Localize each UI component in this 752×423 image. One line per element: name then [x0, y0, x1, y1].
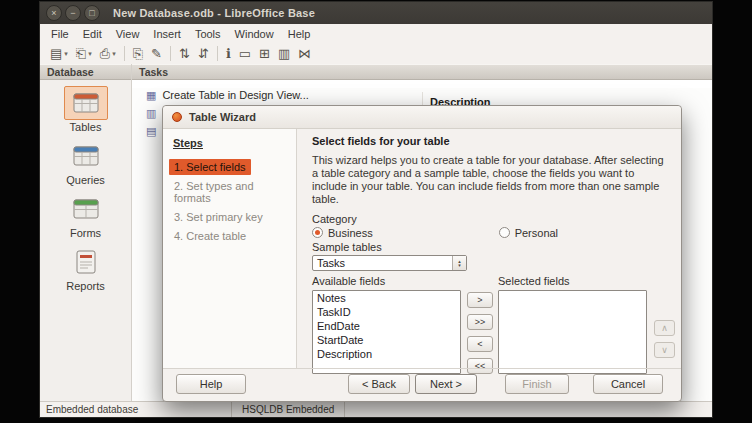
status-database-type: Embedded database	[40, 402, 232, 417]
sidebar-header: Database	[40, 64, 131, 80]
step-create-table[interactable]: 4. Create table	[169, 228, 251, 244]
tasks-header-label: Tasks	[139, 66, 168, 78]
sidebar-item-label: Tables	[70, 121, 102, 133]
field-list-item[interactable]: Notes	[313, 291, 460, 305]
window-title: New Database.odb - LibreOffice Base	[113, 7, 315, 19]
selected-fields-list[interactable]	[498, 290, 647, 374]
toolbar: ▤▾⎗▾⎙▾⎘✎⇅⇵ℹ▭⊞▥⋈	[40, 43, 712, 65]
back-button[interactable]: < Back	[348, 374, 410, 394]
toolbar-separator	[170, 46, 171, 61]
sidebar-item-queries[interactable]: Queries	[64, 139, 108, 186]
open-file-icon[interactable]: ⎗▾	[72, 46, 96, 61]
content-description: This wizard helps you to create a table …	[312, 154, 671, 206]
titlebar: × − □ New Database.odb - LibreOffice Bas…	[40, 2, 712, 24]
database-sidebar: Database Tables Queries Forms	[40, 64, 132, 402]
new-document-icon[interactable]: ▤▾	[46, 46, 72, 61]
move-left-button[interactable]: <	[467, 336, 493, 352]
field-list-item[interactable]: TaskID	[313, 305, 460, 319]
forms-icon	[64, 192, 108, 226]
minimize-icon[interactable]: −	[65, 5, 81, 21]
table-design-icon: ▦	[146, 90, 156, 101]
statusbar: Embedded database HSQLDB Embedded	[40, 401, 712, 417]
chevron-down-icon[interactable]: ▾	[112, 50, 116, 58]
step-set-primary-key[interactable]: 3. Set primary key	[169, 209, 268, 225]
business-radio[interactable]	[312, 227, 323, 238]
chevron-down-icon[interactable]: ▾	[88, 50, 92, 58]
sidebar-item-label: Reports	[66, 280, 105, 292]
report-icon[interactable]: ▥	[274, 46, 294, 61]
field-list-item[interactable]: StartDate	[313, 333, 460, 347]
copy-icon[interactable]: ⎘	[129, 46, 147, 61]
maximize-icon[interactable]: □	[84, 5, 100, 21]
menu-view[interactable]: View	[109, 26, 147, 42]
business-radio-label[interactable]: Business	[328, 227, 373, 239]
sample-tables-label: Sample tables	[312, 241, 671, 254]
table-wizard-dialog: Table Wizard Steps 1. Select fields 2. S…	[162, 105, 682, 402]
field-list-item[interactable]: EndDate	[313, 319, 460, 333]
help-button[interactable]: Help	[176, 374, 246, 394]
sidebar-item-label: Forms	[70, 227, 101, 239]
table-grid-icon[interactable]: ⊞	[255, 46, 274, 61]
menubar: FileEditViewInsertToolsWindowHelp	[40, 24, 712, 43]
wizard-icon	[172, 112, 182, 122]
save-icon[interactable]: ⎙▾	[96, 46, 120, 61]
dialog-title: Table Wizard	[189, 111, 256, 123]
wizard-content: Select fields for your table This wizard…	[297, 129, 681, 369]
sample-tables-combobox[interactable]: Tasks ▴ ▾	[312, 255, 467, 271]
close-icon[interactable]: ×	[46, 5, 62, 21]
status-engine: HSQLDB Embedded	[232, 402, 345, 417]
combobox-value: Tasks	[313, 257, 452, 269]
cancel-button[interactable]: Cancel	[593, 374, 663, 394]
sort-descending-icon[interactable]: ⇵	[194, 46, 213, 61]
selected-fields-label: Selected fields	[498, 275, 647, 288]
available-fields-label: Available fields	[312, 275, 461, 288]
move-right-button[interactable]: >	[467, 292, 493, 308]
steps-heading: Steps	[173, 137, 296, 149]
task-item-label: Create Table in Design View...	[162, 89, 308, 101]
finish-button[interactable]: Finish	[505, 374, 569, 394]
sort-ascending-icon[interactable]: ⇅	[175, 46, 194, 61]
menu-window[interactable]: Window	[228, 26, 281, 42]
status-filler	[345, 402, 712, 417]
step-set-types-and-formats[interactable]: 2. Set types and formats	[169, 178, 290, 206]
chevron-down-icon[interactable]: ▾	[64, 50, 68, 58]
menu-edit[interactable]: Edit	[76, 26, 109, 42]
sidebar-item-tables[interactable]: Tables	[64, 86, 108, 133]
menu-file[interactable]: File	[44, 26, 76, 42]
toolbar-separator	[217, 46, 218, 61]
field-list-item[interactable]: Description	[313, 347, 460, 361]
create-view-icon: ▤	[146, 126, 156, 137]
next-button[interactable]: Next >	[415, 374, 477, 394]
category-label: Category	[312, 213, 671, 226]
dialog-footer: Help < Back Next > Finish Cancel	[163, 368, 681, 401]
toolbar-separator	[124, 46, 125, 61]
content-heading: Select fields for your table	[312, 135, 671, 147]
menu-help[interactable]: Help	[281, 26, 318, 42]
menu-insert[interactable]: Insert	[146, 26, 188, 42]
personal-radio-label[interactable]: Personal	[515, 227, 558, 239]
move-up-button[interactable]: ∧	[654, 320, 675, 336]
relationships-icon[interactable]: ⋈	[294, 46, 315, 61]
move-down-button[interactable]: ∨	[654, 342, 675, 358]
available-fields-list[interactable]: NotesTaskIDEndDateStartDateDescription	[312, 290, 461, 374]
move-all-right-button[interactable]: >>	[467, 314, 493, 330]
tasks-header: Tasks	[132, 64, 712, 80]
personal-radio[interactable]	[499, 227, 510, 238]
step-select-fields[interactable]: 1. Select fields	[169, 159, 251, 175]
steps-panel: Steps 1. Select fields 2. Set types and …	[163, 129, 297, 369]
dialog-titlebar[interactable]: Table Wizard	[163, 106, 681, 129]
form-icon[interactable]: ▭	[235, 46, 255, 61]
sidebar-item-label: Queries	[66, 174, 105, 186]
edit-icon[interactable]: ✎	[147, 46, 166, 61]
app-window: × − □ New Database.odb - LibreOffice Bas…	[40, 2, 712, 417]
queries-icon	[64, 139, 108, 173]
info-icon[interactable]: ℹ	[222, 46, 235, 61]
reports-icon	[64, 245, 108, 279]
table-wizard-icon: ▥	[146, 108, 156, 119]
tables-icon	[64, 86, 108, 120]
sidebar-item-reports[interactable]: Reports	[64, 245, 108, 292]
menu-tools[interactable]: Tools	[188, 26, 228, 42]
task-item[interactable]: ▦Create Table in Design View...	[146, 88, 712, 102]
sidebar-item-forms[interactable]: Forms	[64, 192, 108, 239]
spinner-icon[interactable]: ▴ ▾	[452, 256, 466, 270]
